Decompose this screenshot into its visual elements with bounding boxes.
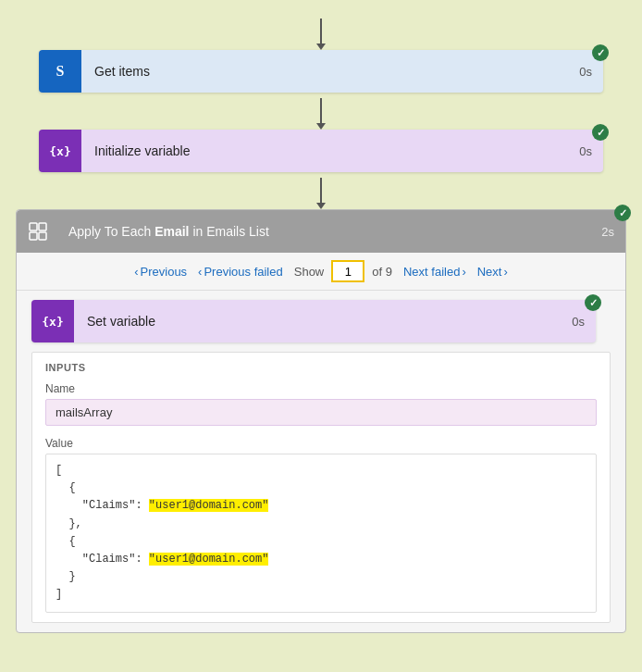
set-variable-time: 0s: [572, 315, 596, 329]
arrow-1: [320, 19, 322, 44]
loop-icon: [17, 210, 59, 253]
highlight-2: "user1@domain.com": [149, 553, 269, 566]
page-input[interactable]: [331, 260, 364, 282]
code-line-6: "Claims": "user1@domain.com": [56, 551, 586, 568]
sharepoint-icon: S: [39, 50, 81, 93]
svg-rect-1: [39, 223, 46, 230]
show-label: Show: [294, 265, 325, 279]
chevron-left-icon: ‹: [134, 265, 138, 279]
code-line-7: }: [56, 568, 586, 586]
get-items-success: [592, 44, 609, 61]
svg-rect-3: [39, 232, 46, 240]
code-block: [ { "Claims": "user1@domain.com" }, { "C…: [45, 454, 597, 613]
set-variable-card[interactable]: {x} Set variable 0s: [31, 300, 596, 342]
of-label: of 9: [372, 265, 392, 279]
apply-body: {x} Set variable 0s INPUTS Name mailsArr…: [17, 291, 625, 632]
apply-each-time: 2s: [601, 225, 625, 239]
code-line-1: [: [56, 462, 586, 479]
next-failed-button[interactable]: Next failed ›: [400, 263, 470, 280]
code-line-2: {: [56, 479, 586, 497]
arrow-3: [320, 178, 322, 204]
svg-rect-0: [30, 223, 37, 230]
variable-icon-1: {x}: [39, 130, 81, 172]
next-button[interactable]: Next ›: [474, 263, 512, 280]
inputs-title: INPUTS: [45, 362, 597, 373]
get-items-time: 0s: [579, 65, 603, 79]
code-line-4: },: [56, 516, 586, 533]
name-field-label: Name: [45, 382, 597, 395]
init-variable-success: [592, 124, 609, 141]
get-items-label: Get items: [81, 64, 579, 79]
init-variable-card[interactable]: {x} Initialize variable 0s: [39, 130, 603, 172]
init-variable-label: Initialize variable: [81, 143, 579, 158]
previous-button[interactable]: ‹ Previous: [130, 263, 191, 280]
value-field-label: Value: [45, 437, 597, 450]
previous-failed-button[interactable]: ‹ Previous failed: [194, 263, 287, 280]
apply-each-success: [614, 205, 631, 221]
apply-each-label: Apply To Each Email in Emails List: [59, 224, 601, 239]
chevron-right-failed-icon: ›: [462, 265, 465, 279]
flow-container: S Get items 0s {x} Initialize variable 0…: [0, 0, 642, 633]
set-variable-success: [585, 294, 601, 311]
get-items-card[interactable]: S Get items 0s: [39, 50, 603, 93]
apply-each-header[interactable]: Apply To Each Email in Emails List 2s: [17, 210, 625, 253]
chevron-left-failed-icon: ‹: [198, 265, 202, 279]
inputs-section: INPUTS Name mailsArray Value [ { "Claims…: [31, 352, 611, 623]
arrow-2: [320, 98, 322, 124]
init-variable-time: 0s: [579, 144, 603, 158]
chevron-right-icon: ›: [503, 265, 507, 279]
svg-rect-2: [30, 232, 37, 240]
code-line-8: ]: [56, 586, 586, 604]
pagination-bar: ‹ Previous ‹ Previous failed Show of 9 N…: [17, 253, 625, 291]
variable-icon-2: {x}: [31, 300, 74, 342]
set-variable-label: Set variable: [74, 314, 572, 329]
code-line-5: {: [56, 533, 586, 551]
code-line-3: "Claims": "user1@domain.com": [56, 497, 586, 515]
highlight-1: "user1@domain.com": [149, 499, 269, 512]
name-field-value: mailsArray: [45, 399, 597, 426]
apply-each-container: Apply To Each Email in Emails List 2s ‹ …: [16, 209, 626, 633]
